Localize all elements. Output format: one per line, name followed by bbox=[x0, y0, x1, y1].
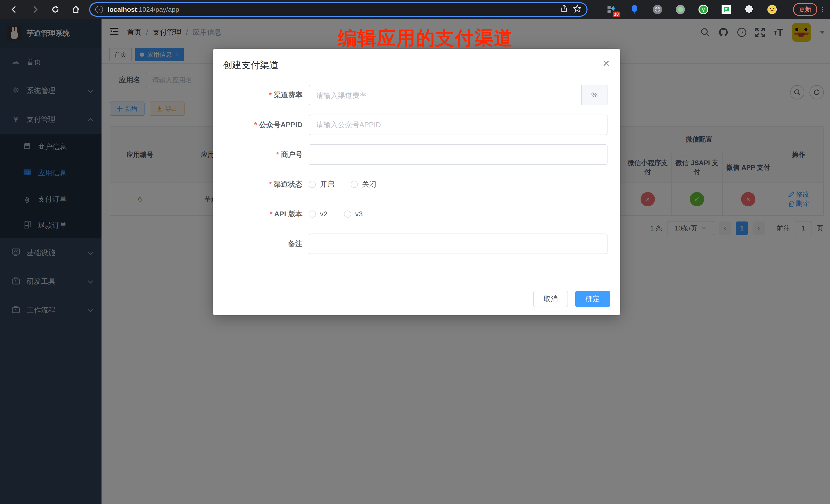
extension-pin-icon[interactable]: 10 bbox=[606, 4, 617, 14]
remark-input[interactable] bbox=[309, 233, 607, 254]
channel-rate-input[interactable] bbox=[309, 85, 581, 105]
field-api-version: API 版本 v2 v3 bbox=[213, 204, 607, 224]
share-icon[interactable] bbox=[560, 5, 568, 14]
address-bar[interactable]: i localhost:1024/pay/app bbox=[89, 2, 587, 17]
extension-badge: 10 bbox=[613, 11, 620, 17]
appid-input[interactable] bbox=[309, 115, 607, 135]
browser-menu-icon[interactable]: ⋮ bbox=[819, 6, 826, 13]
field-remark: 备注 bbox=[213, 233, 607, 254]
api-v2-radio[interactable]: v2 bbox=[309, 210, 328, 218]
merchant-no-input[interactable] bbox=[309, 144, 607, 165]
extensions-row: 10 ⌘ y bbox=[594, 4, 790, 14]
percent-suffix: % bbox=[581, 85, 607, 105]
extension-dot-icon[interactable] bbox=[675, 4, 685, 14]
confirm-button[interactable]: 确定 bbox=[575, 291, 610, 307]
browser-update-button[interactable]: 更新 bbox=[793, 3, 817, 16]
radio-circle-icon bbox=[351, 181, 358, 188]
back-icon[interactable] bbox=[8, 3, 21, 15]
profile-emoji-icon[interactable] bbox=[767, 4, 777, 14]
api-version-label: API 版本 bbox=[213, 209, 309, 219]
extension-y-icon[interactable]: y bbox=[698, 4, 708, 14]
field-channel-rate: 渠道费率 % bbox=[213, 85, 607, 105]
channel-rate-label: 渠道费率 bbox=[213, 90, 309, 100]
home-icon[interactable] bbox=[70, 3, 82, 15]
status-closed-radio[interactable]: 关闭 bbox=[351, 180, 376, 189]
merchant-no-label: 商户号 bbox=[213, 150, 309, 159]
extension-command-icon[interactable]: ⌘ bbox=[652, 4, 663, 14]
screen: i localhost:1024/pay/app 10 ⌘ bbox=[0, 0, 830, 504]
radio-circle-icon bbox=[344, 211, 351, 218]
dialog-close-icon[interactable]: ✕ bbox=[602, 59, 610, 71]
reload-icon[interactable] bbox=[49, 3, 62, 15]
appid-label: 公众号APPID bbox=[213, 120, 309, 130]
svg-text:⌘: ⌘ bbox=[655, 6, 660, 13]
cancel-button[interactable]: 取消 bbox=[533, 291, 568, 307]
field-merchant-no: 商户号 bbox=[213, 144, 607, 165]
create-channel-dialog: 创建支付渠道 ✕ 渠道费率 % 公众号APPID 商户号 bbox=[213, 49, 620, 315]
status-open-radio[interactable]: 开启 bbox=[309, 180, 334, 189]
api-v3-radio[interactable]: v3 bbox=[344, 210, 363, 218]
remark-label: 备注 bbox=[213, 239, 309, 249]
site-info-icon[interactable]: i bbox=[95, 6, 103, 13]
field-appid: 公众号APPID bbox=[213, 115, 607, 135]
radio-circle-icon bbox=[309, 211, 316, 218]
extension-balloon-icon[interactable] bbox=[629, 4, 640, 14]
extensions-puzzle-icon[interactable] bbox=[744, 4, 755, 14]
forward-icon[interactable] bbox=[29, 3, 41, 15]
annotation-text: 编辑应用的支付渠道 bbox=[338, 26, 513, 51]
dialog-form: 渠道费率 % 公众号APPID 商户号 bbox=[213, 71, 620, 254]
svg-text:y: y bbox=[702, 7, 705, 12]
browser-chrome: i localhost:1024/pay/app 10 ⌘ bbox=[0, 0, 830, 19]
dialog-header: 创建支付渠道 ✕ bbox=[213, 49, 620, 71]
extension-chat-icon[interactable] bbox=[721, 4, 731, 14]
radio-circle-icon bbox=[309, 181, 316, 188]
url-text[interactable]: localhost:1024/pay/app bbox=[108, 6, 555, 13]
field-channel-status: 渠道状态 开启 关闭 bbox=[213, 174, 607, 195]
bookmark-star-icon[interactable] bbox=[573, 4, 581, 14]
dialog-footer: 取消 确定 bbox=[533, 291, 610, 307]
dialog-title: 创建支付渠道 bbox=[223, 59, 278, 71]
channel-status-label: 渠道状态 bbox=[213, 180, 309, 189]
